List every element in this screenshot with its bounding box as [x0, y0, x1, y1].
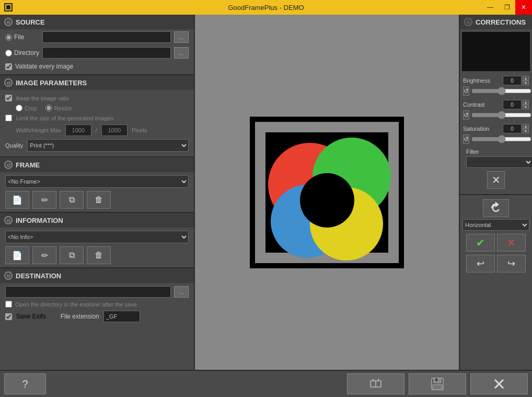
file-radio-label[interactable]: File — [5, 33, 39, 41]
resize-option[interactable]: Resize — [45, 105, 72, 111]
app-title: GoodFramePlus - DEMO — [228, 4, 304, 12]
quality-row: Quality Print (***) Web (**) Draft (*) — [5, 138, 189, 153]
svg-rect-17 — [433, 384, 442, 390]
close-main-button[interactable] — [470, 373, 528, 394]
title-bar: GoodFramePlus - DEMO — ❐ ✕ — [0, 0, 532, 15]
close-button[interactable]: ✕ — [515, 0, 532, 15]
crop-resize-group: Crop Resize — [16, 105, 72, 111]
brightness-slider[interactable] — [471, 87, 531, 95]
saturation-arrows: ▲ ▼ — [523, 124, 529, 133]
file-input[interactable] — [42, 31, 171, 43]
brightness-reset-button[interactable]: ↺ — [463, 86, 469, 96]
info-edit-button[interactable]: ✏ — [32, 246, 56, 264]
resize-radio[interactable] — [45, 105, 52, 111]
brightness-arrows: ▲ ▼ — [523, 76, 529, 85]
help-button[interactable]: ? — [4, 373, 46, 394]
validate-label: Validate every image — [15, 63, 73, 70]
quality-select[interactable]: Print (***) Web (**) Draft (*) — [27, 139, 189, 152]
minimize-button[interactable]: — — [482, 0, 499, 15]
keep-ratio-checkbox[interactable] — [5, 95, 12, 101]
limit-size-label: Limit the size of the generated images — [16, 115, 113, 121]
save-exifs-label: Save Exifs — [16, 313, 46, 320]
contrast-reset-button[interactable]: ↺ — [463, 110, 469, 120]
image-parameters-section: ⊖ IMAGE PARAMETERS Keep the image ratio … — [0, 74, 194, 156]
save-button[interactable] — [409, 373, 466, 394]
saturation-input[interactable] — [503, 124, 522, 133]
img-params-title: IMAGE PARAMETERS — [16, 79, 87, 87]
dest-path-input[interactable] — [5, 286, 171, 298]
close-main-icon — [492, 377, 506, 391]
keep-ratio-label: Keep the image ratio — [16, 95, 70, 101]
frame-delete-button[interactable]: 🗑 — [87, 191, 111, 209]
corrections-preview — [462, 32, 530, 71]
frame-icon: ⊖ — [4, 161, 13, 169]
file-browse-button[interactable]: ... — [174, 31, 189, 43]
filter-select[interactable]: Grayscale Sepia — [466, 156, 532, 168]
height-input[interactable] — [101, 124, 128, 136]
brightness-input[interactable] — [503, 76, 522, 85]
brightness-down[interactable]: ▼ — [523, 81, 529, 85]
corrections-title: CORRECTIONS — [476, 18, 526, 26]
source-title: SOURCE — [16, 18, 45, 26]
brightness-up[interactable]: ▲ — [523, 76, 529, 81]
source-header: ⊖ SOURCE — [0, 15, 194, 29]
limit-size-checkbox[interactable] — [5, 115, 12, 121]
contrast-slider[interactable] — [471, 111, 531, 119]
saturation-down[interactable]: ▼ — [523, 129, 529, 133]
saturation-reset-button[interactable]: ↺ — [463, 134, 469, 144]
crop-option[interactable]: Crop — [16, 105, 37, 111]
frame-title: FRAME — [16, 161, 40, 169]
width-input[interactable] — [65, 124, 91, 136]
file-ext-input[interactable] — [103, 311, 140, 322]
info-select[interactable]: <No Info> — [5, 231, 189, 243]
crop-radio[interactable] — [16, 105, 22, 111]
directory-radio[interactable] — [5, 50, 12, 56]
undo-button[interactable]: ↩ — [466, 255, 495, 273]
rotate-button[interactable] — [483, 199, 509, 217]
info-header: ⊖ INFORMATION — [0, 213, 194, 228]
open-dir-checkbox[interactable] — [5, 301, 12, 308]
apply-button[interactable]: ✔ — [466, 234, 495, 252]
frame-btn-row: 📄 ✏ ⧉ 🗑 — [5, 191, 189, 209]
saturation-slider[interactable] — [471, 135, 531, 143]
contrast-input[interactable] — [503, 100, 522, 109]
preview-image — [250, 117, 404, 268]
limit-size-row: Limit the size of the generated images — [5, 113, 189, 123]
directory-input[interactable] — [42, 47, 171, 59]
file-radio[interactable] — [5, 34, 12, 41]
info-delete-button[interactable]: 🗑 — [87, 246, 111, 264]
frame-copy-button[interactable]: ⧉ — [60, 191, 84, 209]
frame-edit-button[interactable]: ✏ — [32, 191, 56, 209]
quality-label: Quality — [5, 142, 23, 149]
contrast-down[interactable]: ▼ — [523, 105, 529, 109]
info-new-button[interactable]: 📄 — [5, 246, 29, 264]
contrast-up[interactable]: ▲ — [523, 100, 529, 105]
cancel-corrections-button[interactable]: ✕ — [497, 234, 526, 252]
saturation-label: Saturation — [463, 126, 489, 132]
left-panel: ⊖ SOURCE File ... Directory ... — [0, 15, 195, 370]
directory-radio-label[interactable]: Directory — [5, 49, 39, 56]
process-button[interactable] — [347, 373, 404, 394]
frame-new-button[interactable]: 📄 — [5, 191, 29, 209]
saturation-up[interactable]: ▲ — [523, 124, 529, 129]
svg-rect-1 — [6, 5, 10, 9]
corrections-icon: ⊖ — [464, 18, 472, 26]
svg-rect-10 — [371, 381, 376, 387]
filter-clear-button[interactable]: ✕ — [487, 171, 505, 189]
directory-browse-button[interactable]: ... — [174, 47, 189, 59]
panel-divider-1 — [460, 194, 532, 195]
img-params-icon: ⊖ — [4, 78, 13, 87]
wh-max-row: Width/Height Max / Pixels — [5, 123, 189, 138]
bottom-bar: ? — [0, 370, 532, 397]
flip-select[interactable]: Horizontal Vertical — [462, 219, 529, 231]
frame-select[interactable]: <No Frame> — [5, 175, 189, 188]
save-exifs-checkbox[interactable] — [5, 313, 12, 320]
filter-section: Filter Grayscale Sepia ✕ — [460, 146, 532, 192]
dest-browse-button[interactable]: ... — [174, 286, 189, 298]
info-copy-button[interactable]: ⧉ — [60, 246, 84, 264]
restore-button[interactable]: ❐ — [499, 0, 515, 15]
contrast-spin-row: ▲ ▼ — [503, 100, 529, 109]
validate-checkbox[interactable] — [5, 63, 12, 70]
redo-button[interactable]: ↪ — [497, 255, 526, 273]
open-dir-label: Open the directory in the explorer after… — [15, 301, 137, 308]
